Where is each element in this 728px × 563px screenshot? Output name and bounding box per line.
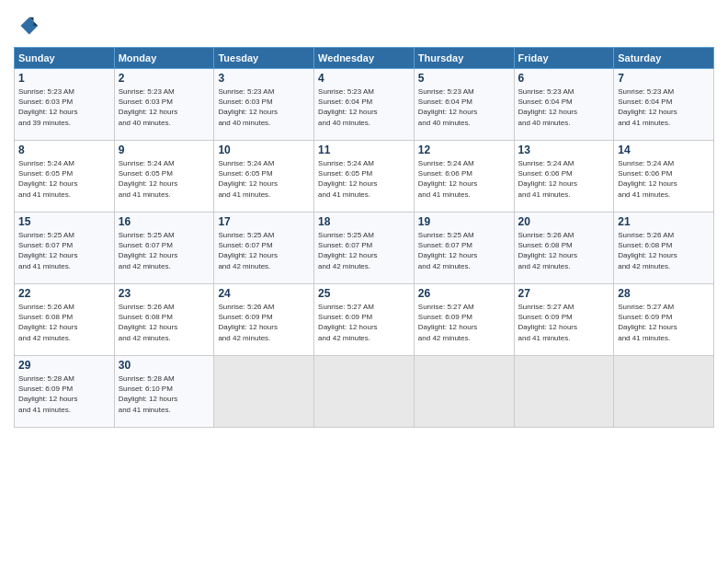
header-day-tuesday: Tuesday xyxy=(214,48,314,69)
header-day-wednesday: Wednesday xyxy=(314,48,415,69)
day-number: 22 xyxy=(18,287,110,300)
calendar-week-3: 15Sunrise: 5:25 AM Sunset: 6:07 PM Dayli… xyxy=(15,213,714,284)
calendar-cell: 30Sunrise: 5:28 AM Sunset: 6:10 PM Dayli… xyxy=(114,356,214,428)
day-number: 2 xyxy=(119,72,210,85)
day-info: Sunrise: 5:27 AM Sunset: 6:09 PM Dayligh… xyxy=(518,302,610,343)
calendar-week-4: 22Sunrise: 5:26 AM Sunset: 6:08 PM Dayli… xyxy=(15,284,714,356)
day-number: 17 xyxy=(218,215,310,228)
day-info: Sunrise: 5:23 AM Sunset: 6:04 PM Dayligh… xyxy=(618,86,710,128)
logo-icon xyxy=(14,14,40,40)
day-number: 27 xyxy=(518,287,610,300)
logo xyxy=(14,14,43,40)
day-number: 26 xyxy=(418,287,510,300)
calendar-cell: 7Sunrise: 5:23 AM Sunset: 6:04 PM Daylig… xyxy=(614,69,714,141)
day-info: Sunrise: 5:24 AM Sunset: 6:05 PM Dayligh… xyxy=(318,158,410,200)
calendar-cell: 3Sunrise: 5:23 AM Sunset: 6:03 PM Daylig… xyxy=(214,69,314,141)
day-number: 4 xyxy=(318,72,410,85)
day-info: Sunrise: 5:25 AM Sunset: 6:07 PM Dayligh… xyxy=(418,230,510,271)
day-info: Sunrise: 5:23 AM Sunset: 6:03 PM Dayligh… xyxy=(119,86,210,128)
page-container: SundayMondayTuesdayWednesdayThursdayFrid… xyxy=(0,0,728,563)
day-info: Sunrise: 5:24 AM Sunset: 6:06 PM Dayligh… xyxy=(518,158,610,200)
day-number: 1 xyxy=(18,72,110,85)
calendar-week-2: 8Sunrise: 5:24 AM Sunset: 6:05 PM Daylig… xyxy=(15,141,714,213)
day-info: Sunrise: 5:26 AM Sunset: 6:08 PM Dayligh… xyxy=(518,230,610,271)
day-info: Sunrise: 5:24 AM Sunset: 6:06 PM Dayligh… xyxy=(618,158,710,200)
day-info: Sunrise: 5:25 AM Sunset: 6:07 PM Dayligh… xyxy=(18,230,110,271)
day-number: 8 xyxy=(18,144,110,156)
day-number: 18 xyxy=(318,215,410,228)
day-info: Sunrise: 5:23 AM Sunset: 6:04 PM Dayligh… xyxy=(518,86,610,128)
calendar-header: SundayMondayTuesdayWednesdayThursdayFrid… xyxy=(15,48,714,69)
day-info: Sunrise: 5:25 AM Sunset: 6:07 PM Dayligh… xyxy=(119,230,210,271)
day-info: Sunrise: 5:25 AM Sunset: 6:07 PM Dayligh… xyxy=(318,230,410,271)
day-number: 30 xyxy=(119,359,210,372)
calendar-cell: 23Sunrise: 5:26 AM Sunset: 6:08 PM Dayli… xyxy=(114,284,214,356)
calendar-week-5: 29Sunrise: 5:28 AM Sunset: 6:09 PM Dayli… xyxy=(15,356,714,428)
day-number: 28 xyxy=(618,287,710,300)
day-info: Sunrise: 5:24 AM Sunset: 6:05 PM Dayligh… xyxy=(18,158,110,200)
day-number: 15 xyxy=(18,215,110,228)
day-info: Sunrise: 5:28 AM Sunset: 6:09 PM Dayligh… xyxy=(18,373,110,415)
day-info: Sunrise: 5:23 AM Sunset: 6:04 PM Dayligh… xyxy=(318,86,410,128)
header-row: SundayMondayTuesdayWednesdayThursdayFrid… xyxy=(15,48,714,69)
calendar-table: SundayMondayTuesdayWednesdayThursdayFrid… xyxy=(14,47,714,428)
day-info: Sunrise: 5:23 AM Sunset: 6:03 PM Dayligh… xyxy=(218,86,310,128)
calendar-cell: 18Sunrise: 5:25 AM Sunset: 6:07 PM Dayli… xyxy=(314,213,415,284)
day-info: Sunrise: 5:23 AM Sunset: 6:04 PM Dayligh… xyxy=(418,86,510,128)
day-number: 19 xyxy=(418,215,510,228)
day-info: Sunrise: 5:27 AM Sunset: 6:09 PM Dayligh… xyxy=(618,302,710,343)
calendar-cell: 10Sunrise: 5:24 AM Sunset: 6:05 PM Dayli… xyxy=(214,141,314,213)
calendar-cell: 16Sunrise: 5:25 AM Sunset: 6:07 PM Dayli… xyxy=(114,213,214,284)
calendar-cell: 27Sunrise: 5:27 AM Sunset: 6:09 PM Dayli… xyxy=(514,284,614,356)
day-number: 21 xyxy=(618,215,710,228)
calendar-cell: 14Sunrise: 5:24 AM Sunset: 6:06 PM Dayli… xyxy=(614,141,714,213)
calendar-cell: 5Sunrise: 5:23 AM Sunset: 6:04 PM Daylig… xyxy=(414,69,514,141)
header-day-thursday: Thursday xyxy=(414,48,514,69)
day-number: 20 xyxy=(518,215,610,228)
header-day-sunday: Sunday xyxy=(15,48,115,69)
calendar-cell: 1Sunrise: 5:23 AM Sunset: 6:03 PM Daylig… xyxy=(15,69,115,141)
day-info: Sunrise: 5:26 AM Sunset: 6:08 PM Dayligh… xyxy=(18,302,110,343)
calendar-cell: 26Sunrise: 5:27 AM Sunset: 6:09 PM Dayli… xyxy=(414,284,514,356)
day-info: Sunrise: 5:23 AM Sunset: 6:03 PM Dayligh… xyxy=(18,86,110,128)
calendar-cell: 21Sunrise: 5:26 AM Sunset: 6:08 PM Dayli… xyxy=(614,213,714,284)
day-number: 3 xyxy=(218,72,310,85)
calendar-cell: 12Sunrise: 5:24 AM Sunset: 6:06 PM Dayli… xyxy=(414,141,514,213)
day-info: Sunrise: 5:27 AM Sunset: 6:09 PM Dayligh… xyxy=(318,302,410,343)
day-number: 6 xyxy=(518,72,610,85)
day-number: 7 xyxy=(618,72,710,85)
calendar-cell: 17Sunrise: 5:25 AM Sunset: 6:07 PM Dayli… xyxy=(214,213,314,284)
calendar-cell xyxy=(414,356,514,428)
page-header xyxy=(14,9,714,40)
calendar-week-1: 1Sunrise: 5:23 AM Sunset: 6:03 PM Daylig… xyxy=(15,69,714,141)
day-number: 11 xyxy=(318,144,410,156)
calendar-body: 1Sunrise: 5:23 AM Sunset: 6:03 PM Daylig… xyxy=(15,69,714,428)
day-number: 16 xyxy=(119,215,210,228)
day-number: 12 xyxy=(418,144,510,156)
calendar-cell: 13Sunrise: 5:24 AM Sunset: 6:06 PM Dayli… xyxy=(514,141,614,213)
calendar-cell: 11Sunrise: 5:24 AM Sunset: 6:05 PM Dayli… xyxy=(314,141,415,213)
day-info: Sunrise: 5:28 AM Sunset: 6:10 PM Dayligh… xyxy=(119,373,210,415)
day-number: 23 xyxy=(119,287,210,300)
day-number: 14 xyxy=(618,144,710,156)
day-info: Sunrise: 5:27 AM Sunset: 6:09 PM Dayligh… xyxy=(418,302,510,343)
calendar-cell: 15Sunrise: 5:25 AM Sunset: 6:07 PM Dayli… xyxy=(15,213,115,284)
calendar-cell xyxy=(314,356,415,428)
calendar-cell: 25Sunrise: 5:27 AM Sunset: 6:09 PM Dayli… xyxy=(314,284,415,356)
calendar-cell xyxy=(514,356,614,428)
calendar-cell: 20Sunrise: 5:26 AM Sunset: 6:08 PM Dayli… xyxy=(514,213,614,284)
day-info: Sunrise: 5:24 AM Sunset: 6:06 PM Dayligh… xyxy=(418,158,510,200)
day-number: 29 xyxy=(18,359,110,372)
calendar-cell: 22Sunrise: 5:26 AM Sunset: 6:08 PM Dayli… xyxy=(15,284,115,356)
calendar-cell xyxy=(214,356,314,428)
calendar-cell: 6Sunrise: 5:23 AM Sunset: 6:04 PM Daylig… xyxy=(514,69,614,141)
day-info: Sunrise: 5:25 AM Sunset: 6:07 PM Dayligh… xyxy=(218,230,310,271)
calendar-cell: 19Sunrise: 5:25 AM Sunset: 6:07 PM Dayli… xyxy=(414,213,514,284)
calendar-cell: 24Sunrise: 5:26 AM Sunset: 6:09 PM Dayli… xyxy=(214,284,314,356)
day-number: 25 xyxy=(318,287,410,300)
day-info: Sunrise: 5:24 AM Sunset: 6:05 PM Dayligh… xyxy=(119,158,210,200)
day-info: Sunrise: 5:26 AM Sunset: 6:08 PM Dayligh… xyxy=(618,230,710,271)
header-day-monday: Monday xyxy=(114,48,214,69)
header-day-friday: Friday xyxy=(514,48,614,69)
calendar-cell: 9Sunrise: 5:24 AM Sunset: 6:05 PM Daylig… xyxy=(114,141,214,213)
